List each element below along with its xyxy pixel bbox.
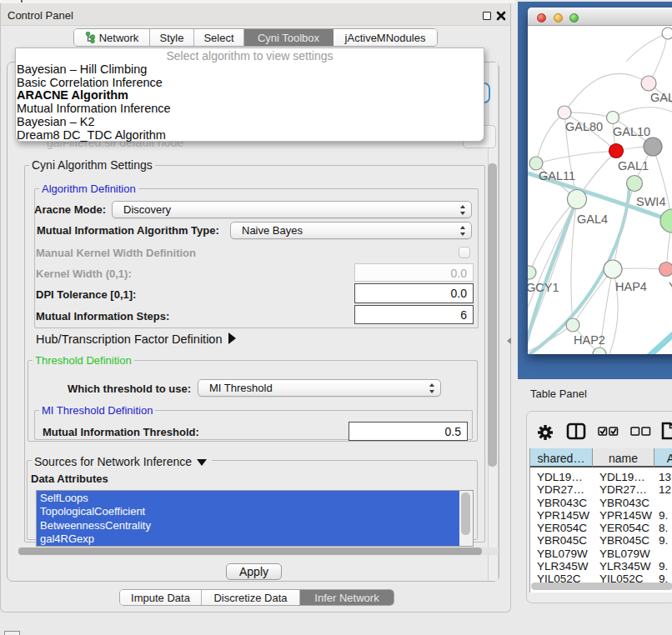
svg-text:HAP4: HAP4: [615, 280, 647, 293]
svg-text:GAL4: GAL4: [577, 212, 608, 226]
svg-text:GAL10: GAL10: [613, 125, 650, 138]
svg-text:Y: Y: [669, 280, 672, 293]
svg-text:GAL11: GAL11: [539, 169, 575, 182]
svg-text:SWI4: SWI4: [636, 195, 665, 208]
svg-text:HAP2: HAP2: [574, 333, 605, 347]
svg-text:GAL80: GAL80: [565, 120, 603, 133]
svg-text:GAL1: GAL1: [618, 159, 649, 172]
svg-text:GCY1: GCY1: [528, 281, 559, 294]
svg-text:GAL2: GAL2: [650, 91, 672, 104]
